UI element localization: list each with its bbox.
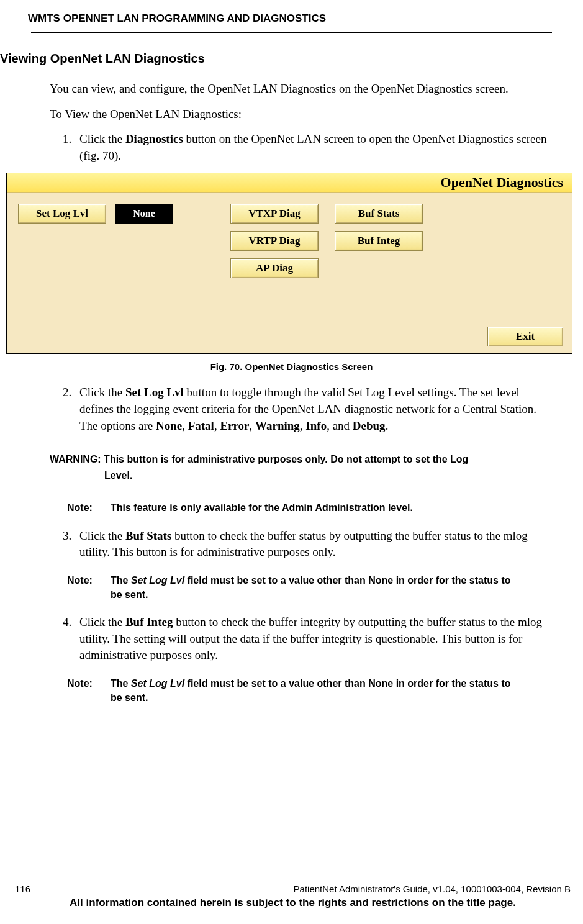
window-titlebar: OpenNet Diagnostics (7, 173, 572, 192)
s2-opt5: Info (305, 419, 327, 432)
note-label: Note: (67, 500, 111, 515)
warning-text-line2: Level. (104, 468, 515, 484)
step-4: Click the Buf Integ button to check the … (75, 614, 552, 664)
n2-pre: The (111, 575, 131, 586)
s2-c3: , (250, 419, 256, 432)
note-2: Note: The Set Log Lvl field must be set … (67, 573, 515, 602)
page-header-title: WMTS OPENNET LAN PROGRAMMING AND DIAGNOS… (28, 12, 552, 25)
note-2-body: The Set Log Lvl field must be set to a v… (111, 573, 515, 602)
step1-bold: Diagnostics (125, 132, 183, 145)
section-heading: Viewing OpenNet LAN Diagnostics (0, 52, 552, 66)
note-1-body: This feature is only available for the A… (111, 500, 515, 515)
diagnostics-window: OpenNet Diagnostics Set Log Lvl None VTX… (6, 173, 572, 354)
step-1: Click the Diagnostics button on the Open… (75, 131, 552, 164)
step1-pre: Click the (79, 132, 125, 145)
vtxp-diag-button[interactable]: VTXP Diag (230, 204, 319, 224)
header-rule (31, 32, 552, 33)
note-3-body: The Set Log Lvl field must be set to a v… (111, 676, 515, 705)
s3-pre: Click the (79, 529, 125, 542)
step-2: Click the Set Log Lvl button to toggle t… (75, 384, 552, 434)
warning-block: WARNING: This button is for administrati… (50, 451, 515, 483)
s2-pre: Click the (79, 386, 125, 399)
s2-opt2: Fatal (188, 419, 214, 432)
set-log-lvl-button[interactable]: Set Log Lvl (18, 204, 106, 224)
n3-pre: The (111, 678, 131, 689)
s2-opt3: Error (220, 419, 249, 432)
figure-caption: Fig. 70. OpenNet Diagnostics Screen (6, 361, 577, 372)
window-title: OpenNet Diagnostics (441, 174, 563, 191)
note-3: Note: The Set Log Lvl field must be set … (67, 676, 515, 705)
buf-stats-button[interactable]: Buf Stats (335, 204, 423, 224)
note-label-2: Note: (67, 573, 111, 602)
note-label-3: Note: (67, 676, 111, 705)
n2-italic: Set Log Lvl (131, 575, 184, 586)
vrtp-diag-button[interactable]: VRTP Diag (230, 231, 319, 251)
note-1: Note: This feature is only available for… (67, 500, 515, 515)
s2-c5: , and (327, 419, 353, 432)
s2-c2: , (214, 419, 220, 432)
subintro-paragraph: To View the OpenNet LAN Diagnostics: (50, 106, 508, 123)
warning-label: WARNING: (50, 454, 104, 464)
s4-pre: Click the (79, 615, 125, 628)
footer-legal: All information contained herein is subj… (15, 897, 571, 909)
warning-text-line1: This button is for administrative purpos… (104, 454, 468, 464)
s2-bold: Set Log Lvl (125, 386, 184, 399)
s2-opt1: None (156, 419, 182, 432)
page-number: 116 (15, 884, 30, 894)
page-footer: 116 PatientNet Administrator's Guide, v1… (0, 884, 583, 909)
s3-bold: Buf Stats (125, 529, 171, 542)
exit-button[interactable]: Exit (487, 327, 563, 346)
s2-end: . (386, 419, 389, 432)
s2-opt6: Debug (353, 419, 386, 432)
figure-70: OpenNet Diagnostics Set Log Lvl None VTX… (6, 173, 577, 372)
step-3: Click the Buf Stats button to check the … (75, 528, 552, 561)
s2-c4: , (300, 419, 306, 432)
s2-c1: , (182, 419, 188, 432)
intro-paragraph: You can view, and configure, the OpenNet… (50, 81, 508, 97)
s2-opt4: Warning (255, 419, 300, 432)
n3-italic: Set Log Lvl (131, 678, 184, 689)
buf-integ-button[interactable]: Buf Integ (335, 231, 423, 251)
log-level-value-display: None (115, 204, 173, 224)
doc-info: PatientNet Administrator's Guide, v1.04,… (294, 884, 571, 894)
s4-bold: Buf Integ (125, 615, 173, 628)
ap-diag-button[interactable]: AP Diag (230, 258, 319, 278)
